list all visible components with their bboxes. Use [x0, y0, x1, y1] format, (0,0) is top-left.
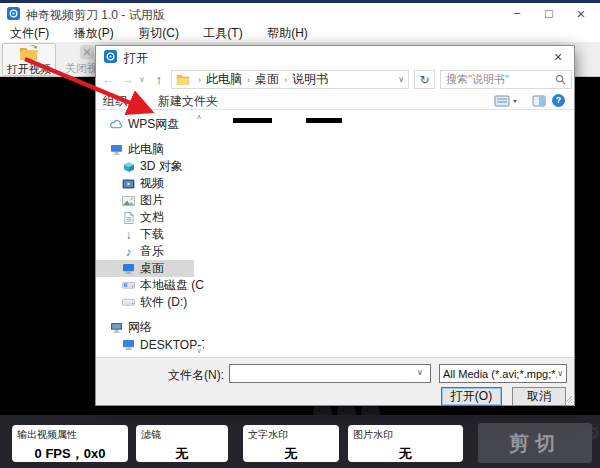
maximize-icon[interactable]: □	[538, 4, 560, 23]
breadcrumb[interactable]: › 此电脑 › 桌面 › 说明书 ∨	[171, 70, 409, 89]
help-icon[interactable]: ?	[552, 94, 565, 107]
search-input[interactable]: 搜索"说明书"	[440, 70, 572, 89]
places-sidebar: WPS网盘 此电脑 3D 对象 视频 图片	[96, 111, 194, 357]
open-folder-icon	[19, 45, 39, 61]
cloud-icon	[110, 118, 123, 131]
cut-button[interactable]: 剪切	[478, 423, 592, 463]
cancel-button[interactable]: 取消	[512, 387, 566, 406]
dialog-footer: 文件名(N): ∨ All Media (*.avi;*.mpg;*.mpe ∨…	[96, 357, 574, 405]
menu-play[interactable]: 播放(P)	[64, 22, 124, 42]
file-name-input[interactable]	[229, 364, 431, 383]
scroll-up-icon[interactable]: ∧	[194, 113, 204, 121]
file-name-dropdown-icon[interactable]: ∨	[417, 368, 423, 377]
sidebar-item-downloads[interactable]: ↓ 下载	[96, 226, 194, 243]
document-icon	[122, 211, 135, 224]
cube-icon	[122, 160, 135, 173]
details-pane-icon[interactable]	[532, 95, 546, 107]
titlebar: 神奇视频剪刀 1.0 - 试用版 − □ ×	[0, 0, 600, 22]
output-props-box: 输出视频属性 0 FPS，0x0	[12, 425, 128, 462]
computer-icon	[110, 143, 123, 156]
sidebar-item-local-disk-c[interactable]: 本地磁盘 (C:)	[96, 277, 194, 294]
file-type-select[interactable]: All Media (*.avi;*.mpg;*.mpe ∨	[439, 364, 567, 383]
breadcrumb-this-pc[interactable]: 此电脑	[206, 71, 242, 88]
file-type-value: All Media (*.avi;*.mpg;*.mpe	[443, 368, 557, 380]
close-icon[interactable]: ×	[570, 4, 592, 23]
file-type-dropdown-icon: ∨	[557, 369, 563, 378]
folder-icon	[176, 74, 190, 85]
resize-grip[interactable]	[564, 395, 573, 404]
status-bar: ⚙ 输出视频属性 0 FPS，0x0 滤镜 无 文字水印 无 图片水印 无 剪切	[0, 415, 600, 468]
sidebar-item-desktop-7etc[interactable]: DESKTOP-7ETC	[96, 336, 194, 353]
computer-icon	[122, 338, 135, 351]
breadcrumb-separator: ›	[198, 75, 201, 85]
dialog-close-icon[interactable]: ×	[548, 48, 568, 66]
desktop-icon	[122, 262, 135, 275]
file-name-label: 文件名(N):	[96, 367, 224, 384]
organize-button[interactable]: 组织▼	[103, 93, 138, 110]
open-button[interactable]: 打开(O)	[441, 387, 502, 406]
image-watermark-value: 无	[353, 445, 458, 463]
dialog-app-icon	[104, 50, 117, 63]
menu-file[interactable]: 文件(F)	[0, 22, 59, 42]
sidebar-item-label: 桌面	[140, 260, 164, 277]
download-icon: ↓	[122, 228, 135, 241]
sidebar-item-label: 音乐	[140, 243, 164, 260]
breadcrumb-manual[interactable]: 说明书	[292, 71, 328, 88]
up-icon[interactable]: ↑	[151, 71, 167, 89]
history-dropdown-icon[interactable]: ∨	[137, 71, 147, 89]
text-watermark-box: 文字水印 无	[243, 425, 339, 462]
open-video-button[interactable]: 打开视频	[2, 43, 56, 76]
forward-icon[interactable]: →	[119, 71, 135, 89]
minimize-icon[interactable]: −	[506, 4, 528, 23]
image-watermark-box: 图片水印 无	[348, 425, 463, 462]
breadcrumb-separator: ›	[247, 75, 250, 85]
close-video-icon	[77, 44, 97, 60]
text-watermark-label: 文字水印	[248, 428, 334, 442]
sidebar-item-wps-cloud[interactable]: WPS网盘	[96, 116, 194, 133]
dialog-titlebar: 打开 ×	[96, 46, 574, 68]
disk-icon	[122, 296, 135, 309]
picture-icon	[122, 194, 135, 207]
sidebar-item-disk-d[interactable]: 软件 (D:)	[96, 294, 194, 311]
menu-tools[interactable]: 工具(T)	[193, 22, 252, 42]
dialog-title: 打开	[124, 50, 148, 67]
sidebar-item-label: WPS网盘	[128, 116, 179, 133]
breadcrumb-desktop[interactable]: 桌面	[255, 71, 279, 88]
address-dropdown-icon[interactable]: ∨	[398, 75, 404, 84]
sidebar-item-pictures[interactable]: 图片	[96, 192, 194, 209]
file-list[interactable]	[204, 111, 574, 357]
sidebar-item-this-pc[interactable]: 此电脑	[96, 141, 194, 158]
menu-help[interactable]: 帮助(H)	[257, 22, 318, 42]
dialog-nav-bar: ← → ∨ ↑ › 此电脑 › 桌面 › 说明书 ∨ ↻ 搜索"说明书"	[96, 68, 574, 92]
view-mode-icon[interactable]	[494, 95, 518, 107]
sidebar-item-desktop[interactable]: 桌面	[96, 260, 194, 277]
dialog-command-bar: 组织▼ 新建文件夹 ?	[96, 92, 574, 110]
open-video-label: 打开视频	[3, 62, 55, 77]
menubar: 文件(F) 播放(P) 剪切(C) 工具(T) 帮助(H)	[0, 22, 600, 42]
app-window: 神奇视频剪刀 1.0 - 试用版 − □ × 文件(F) 播放(P) 剪切(C)…	[0, 0, 600, 468]
refresh-icon[interactable]: ↻	[414, 70, 435, 89]
sidebar-item-label: 软件 (D:)	[140, 294, 187, 311]
new-folder-button[interactable]: 新建文件夹	[158, 93, 218, 110]
sidebar-item-3d-objects[interactable]: 3D 对象	[96, 158, 194, 175]
scroll-down-icon[interactable]: ∨	[194, 347, 204, 355]
sidebar-scrollbar[interactable]: ∧ ∨	[194, 111, 204, 357]
sidebar-item-music[interactable]: ♪ 音乐	[96, 243, 194, 260]
sidebar-item-label: 网络	[128, 319, 152, 336]
redacted-file-item[interactable]	[306, 118, 342, 123]
sidebar-item-network[interactable]: 网络	[96, 319, 194, 336]
network-icon	[110, 321, 123, 334]
sidebar-item-label: 下载	[140, 226, 164, 243]
search-icon	[555, 74, 566, 85]
output-props-label: 输出视频属性	[17, 428, 123, 442]
redacted-file-item[interactable]	[233, 118, 272, 123]
back-icon[interactable]: ←	[100, 71, 116, 89]
disk-icon	[122, 279, 135, 292]
text-watermark-value: 无	[248, 445, 334, 463]
sidebar-item-label: 此电脑	[128, 141, 164, 158]
menu-cut[interactable]: 剪切(C)	[128, 22, 189, 42]
video-icon	[122, 177, 135, 190]
sidebar-item-documents[interactable]: 文档	[96, 209, 194, 226]
sidebar-item-videos[interactable]: 视频	[96, 175, 194, 192]
search-placeholder: 搜索"说明书"	[446, 72, 555, 87]
